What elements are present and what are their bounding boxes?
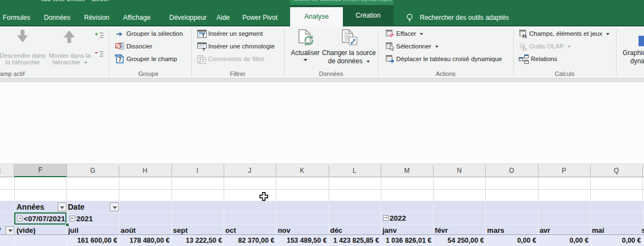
svg-text:fx: fx <box>523 46 527 51</box>
svg-text:7: 7 <box>118 57 121 63</box>
svg-text:fx: fx <box>523 33 527 39</box>
